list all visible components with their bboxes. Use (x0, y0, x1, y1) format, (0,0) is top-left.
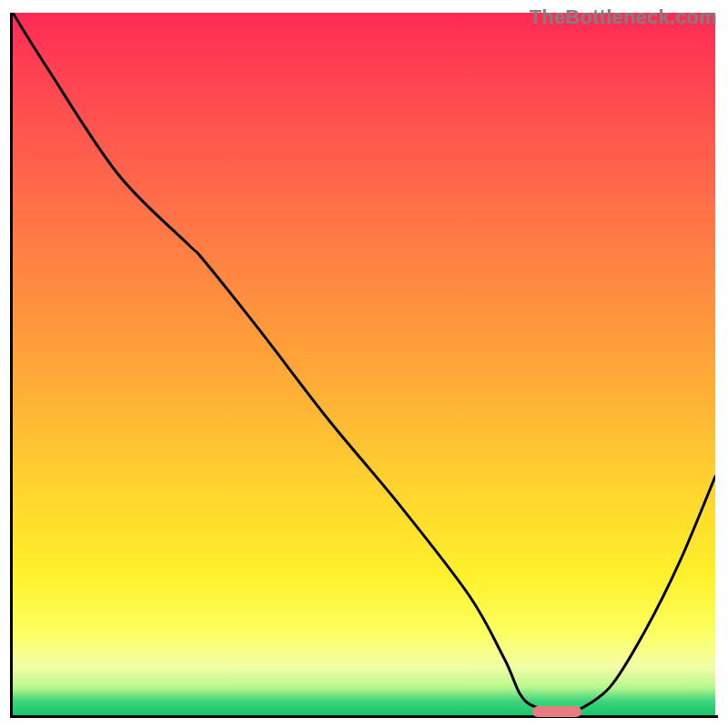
optimal-range-marker (532, 706, 581, 717)
bottleneck-curve (13, 13, 715, 715)
x-axis (10, 715, 718, 718)
plot-area (13, 13, 715, 715)
bottleneck-chart: TheBottleneck.com (0, 0, 728, 728)
attribution-text: TheBottleneck.com (530, 5, 717, 29)
